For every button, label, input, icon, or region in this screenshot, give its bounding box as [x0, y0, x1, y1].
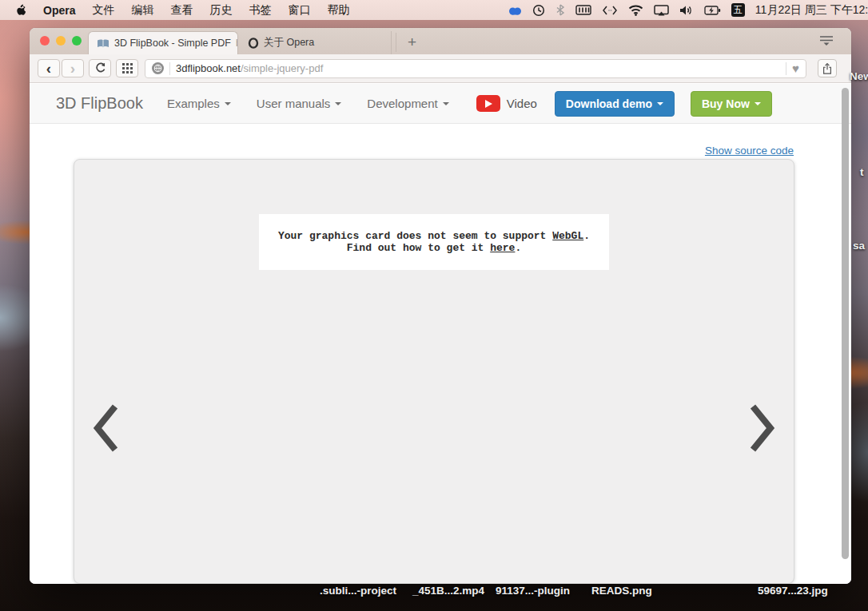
reload-button[interactable]: [89, 59, 111, 77]
browser-toolbar: ‹ › 3dflipbook.net/simple-jquery-pdf ♥: [30, 54, 851, 83]
nav-examples[interactable]: Examples: [167, 97, 231, 110]
back-button[interactable]: ‹: [38, 59, 60, 77]
opera-logo-icon: [248, 38, 259, 49]
time-machine-icon[interactable]: [532, 4, 545, 17]
download-demo-button[interactable]: Download demo: [555, 91, 675, 117]
minimize-window-button[interactable]: [56, 36, 66, 46]
zoom-window-button[interactable]: [72, 36, 82, 46]
menu-item-edit[interactable]: 编辑: [131, 3, 153, 18]
keyboard-icon[interactable]: [575, 5, 591, 15]
tab-title: 关于 Opera: [264, 36, 314, 50]
menu-bar-clock[interactable]: 11月22日 周三 下午12:0: [755, 3, 868, 18]
webgl-message-box: Your graphics card does not seem to supp…: [259, 214, 609, 270]
page-content: 3D FlipBook Examples User manuals Develo…: [30, 84, 851, 584]
youtube-icon: [476, 95, 500, 112]
opera-browser-window: 3D FlipBook - Simple PDF by 关于 Opera + ‹…: [30, 28, 851, 584]
webgl-link[interactable]: WebGL: [552, 230, 583, 242]
url-separator: [786, 62, 786, 75]
desktop-file-label[interactable]: sa: [853, 240, 865, 252]
apple-icon[interactable]: [14, 3, 26, 17]
address-bar[interactable]: 3dflipbook.net/simple-jquery-pdf ♥: [145, 59, 806, 78]
wifi-icon[interactable]: [628, 5, 643, 16]
tab-flipbook[interactable]: 3D FlipBook - Simple PDF by: [88, 31, 238, 54]
tab-about-opera[interactable]: 关于 Opera: [240, 31, 392, 54]
caret-down-icon: [443, 102, 449, 105]
site-info-badge[interactable]: [152, 62, 164, 74]
caret-down-icon: [335, 102, 341, 105]
input-method-badge[interactable]: 五: [731, 3, 745, 17]
menu-item-window[interactable]: 窗口: [288, 3, 310, 18]
url-separator: [169, 62, 170, 75]
nav-development[interactable]: Development: [367, 97, 448, 110]
volume-icon[interactable]: [679, 5, 694, 16]
url-host: 3dflipbook.net: [176, 62, 241, 74]
menu-item-history[interactable]: 历史: [209, 3, 232, 18]
menu-item-help[interactable]: 帮助: [327, 3, 349, 18]
menu-item-file[interactable]: 文件: [92, 3, 114, 18]
flipbook-favicon: [97, 38, 109, 49]
video-link[interactable]: Video: [476, 95, 537, 112]
forward-button[interactable]: ›: [62, 59, 84, 77]
site-navbar: 3D FlipBook Examples User manuals Develo…: [30, 84, 851, 124]
code-brackets-icon[interactable]: [602, 5, 618, 16]
webgl-message-line1: Your graphics card does not seem to supp…: [278, 230, 590, 243]
desktop-file-label[interactable]: .subli...-project: [320, 585, 396, 597]
battery-charging-icon[interactable]: [704, 6, 721, 15]
vertical-scrollbar[interactable]: [842, 88, 849, 559]
macos-menu-bar: Opera 文件 编辑 查看 历史 书签 窗口 帮助: [0, 0, 868, 20]
tab-menu-icon[interactable]: [819, 35, 834, 46]
desktop-file-label[interactable]: 59697...23.jpg: [758, 585, 828, 597]
desktop-file-label[interactable]: 91137...-plugin: [496, 585, 570, 597]
previous-page-arrow[interactable]: [92, 403, 121, 454]
tab-strip: 3D FlipBook - Simple PDF by 关于 Opera +: [30, 28, 851, 54]
airplay-display-icon[interactable]: [654, 5, 669, 16]
site-brand[interactable]: 3D FlipBook: [56, 94, 143, 113]
caret-down-icon: [755, 102, 761, 105]
speed-dial-button[interactable]: [116, 59, 138, 77]
menu-item-bookmarks[interactable]: 书签: [249, 3, 271, 18]
webgl-message-line2: Find out how to get it here.: [347, 242, 521, 255]
menu-item-view[interactable]: 查看: [170, 3, 193, 18]
caret-down-icon: [225, 102, 231, 105]
blue-app-icon[interactable]: [508, 5, 522, 16]
tab-title-faded: by: [236, 38, 238, 49]
desktop-file-label[interactable]: READS.png: [591, 585, 652, 597]
flipbook-panel: Your graphics card does not seem to supp…: [74, 159, 794, 584]
desktop-file-label[interactable]: t: [860, 166, 864, 178]
bluetooth-icon[interactable]: [555, 4, 565, 16]
buy-now-button[interactable]: Buy Now: [691, 91, 772, 117]
desktop-file-label[interactable]: New: [850, 70, 868, 82]
share-button[interactable]: [818, 59, 837, 77]
nav-user-manuals[interactable]: User manuals: [257, 97, 342, 110]
next-page-arrow[interactable]: [747, 403, 776, 454]
here-link[interactable]: here: [490, 242, 515, 254]
favorite-heart-icon[interactable]: ♥: [792, 62, 799, 74]
show-source-code-link[interactable]: Show source code: [705, 145, 794, 157]
url-path: /simple-jquery-pdf: [241, 62, 323, 74]
tab-title: 3D FlipBook - Simple PDF: [114, 38, 231, 49]
menu-item-opera[interactable]: Opera: [43, 4, 75, 17]
close-window-button[interactable]: [40, 36, 50, 46]
caret-down-icon: [657, 102, 663, 105]
new-tab-button[interactable]: +: [396, 33, 428, 52]
desktop-file-label[interactable]: _451B...2.mp4: [412, 585, 484, 597]
